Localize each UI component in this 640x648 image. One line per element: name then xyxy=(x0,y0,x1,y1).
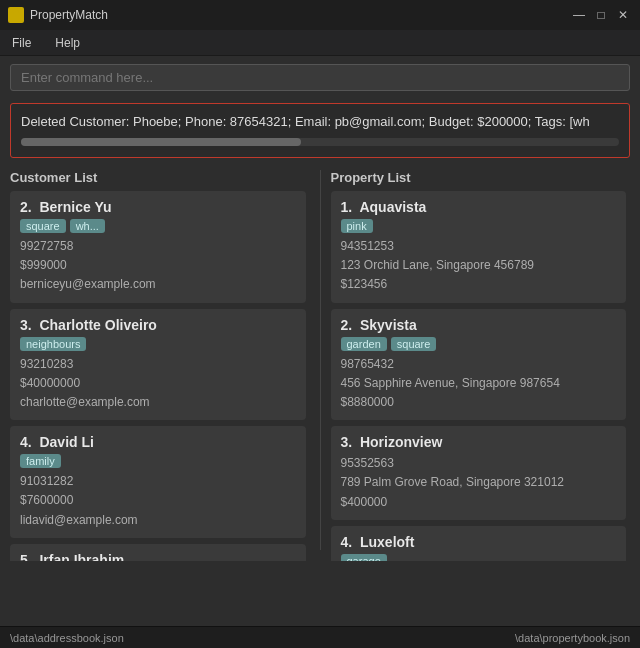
statusbar-left: \data\addressbook.json xyxy=(10,632,124,644)
menubar: File Help xyxy=(0,30,640,56)
customer-card[interactable]: 4. David Li family 91031282$7600000lidav… xyxy=(10,426,306,538)
tag-row: squarewh... xyxy=(20,219,296,233)
customer-detail: 93210283$40000000charlotte@example.com xyxy=(20,355,296,413)
result-text: Deleted Customer: Phoebe; Phone: 8765432… xyxy=(21,112,619,132)
tag-row: neighbours xyxy=(20,337,296,351)
property-card[interactable]: 2. Skyvista gardensquare 98765432456 Sap… xyxy=(331,309,627,421)
tag: neighbours xyxy=(20,337,86,351)
property-card[interactable]: 3. Horizonview 95352563789 Palm Grove Ro… xyxy=(331,426,627,520)
app-icon xyxy=(8,7,24,23)
tag: garage xyxy=(341,554,387,561)
property-name: 1. Aquavista xyxy=(341,199,617,215)
tag-row: pink xyxy=(341,219,617,233)
titlebar-left: PropertyMatch xyxy=(8,7,108,23)
tag: family xyxy=(20,454,61,468)
command-area xyxy=(0,56,640,99)
property-card[interactable]: 1. Aquavista pink 94351253123 Orchid Lan… xyxy=(331,191,627,303)
property-detail: 98765432456 Sapphire Avenue, Singapore 9… xyxy=(341,355,617,413)
menu-file[interactable]: File xyxy=(8,34,35,52)
property-card[interactable]: 4. Luxeloft garage 87652533234 Amber Cre… xyxy=(331,526,627,561)
customer-name: 5. Irfan Ibrahim xyxy=(20,552,296,561)
customer-detail: 99272758$999000berniceyu@example.com xyxy=(20,237,296,295)
result-scrollbar-track[interactable] xyxy=(21,138,619,146)
property-detail: 95352563789 Palm Grove Road, Singapore 3… xyxy=(341,454,617,512)
tag: square xyxy=(20,219,66,233)
property-list-container[interactable]: 1. Aquavista pink 94351253123 Orchid Lan… xyxy=(331,191,631,561)
statusbar-right: \data\propertybook.json xyxy=(515,632,630,644)
tag-row: family xyxy=(20,454,296,468)
menu-help[interactable]: Help xyxy=(51,34,84,52)
close-button[interactable]: ✕ xyxy=(614,6,632,24)
titlebar-controls: — □ ✕ xyxy=(570,6,632,24)
customer-card[interactable]: 3. Charlotte Oliveiro neighbours 9321028… xyxy=(10,309,306,421)
property-detail: 94351253123 Orchid Lane, Singapore 45678… xyxy=(341,237,617,295)
result-scrollbar-thumb xyxy=(21,138,301,146)
customer-name: 3. Charlotte Oliveiro xyxy=(20,317,296,333)
tag: garden xyxy=(341,337,387,351)
titlebar: PropertyMatch — □ ✕ xyxy=(0,0,640,30)
minimize-button[interactable]: — xyxy=(570,6,588,24)
property-name: 2. Skyvista xyxy=(341,317,617,333)
command-input[interactable] xyxy=(10,64,630,91)
svg-rect-1 xyxy=(14,16,18,20)
tag-row: garage xyxy=(341,554,617,561)
main-content: Customer List 2. Bernice Yu squarewh... … xyxy=(0,162,640,618)
maximize-button[interactable]: □ xyxy=(592,6,610,24)
customer-panel: Customer List 2. Bernice Yu squarewh... … xyxy=(10,170,310,610)
property-panel: Property List 1. Aquavista pink 94351253… xyxy=(331,170,631,610)
customer-list-container[interactable]: 2. Bernice Yu squarewh... 99272758$99900… xyxy=(10,191,310,561)
customer-name: 4. David Li xyxy=(20,434,296,450)
tag-row: gardensquare xyxy=(341,337,617,351)
property-name: 4. Luxeloft xyxy=(341,534,617,550)
customer-card[interactable]: 2. Bernice Yu squarewh... 99272758$99900… xyxy=(10,191,306,303)
property-name: 3. Horizonview xyxy=(341,434,617,450)
tag: wh... xyxy=(70,219,105,233)
customer-detail: 91031282$7600000lidavid@example.com xyxy=(20,472,296,530)
customer-list-title: Customer List xyxy=(10,170,310,185)
tag: square xyxy=(391,337,437,351)
customer-card[interactable]: 5. Irfan Ibrahim small 92492021$50000irf… xyxy=(10,544,306,561)
property-list-title: Property List xyxy=(331,170,631,185)
result-box: Deleted Customer: Phoebe; Phone: 8765432… xyxy=(10,103,630,158)
titlebar-title: PropertyMatch xyxy=(30,8,108,22)
customer-name: 2. Bernice Yu xyxy=(20,199,296,215)
panel-divider xyxy=(320,170,321,550)
tag: pink xyxy=(341,219,373,233)
statusbar: \data\addressbook.json \data\propertyboo… xyxy=(0,626,640,648)
